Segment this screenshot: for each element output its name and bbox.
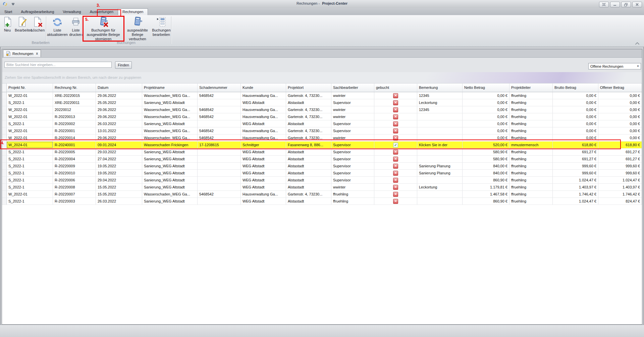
row-indicator[interactable]	[2, 120, 7, 127]
cell-rechnung_nr[interactable]: R-20220005	[53, 149, 96, 155]
cell-schadennummer[interactable]: 5468542	[198, 92, 241, 99]
table-row[interactable]: S_2022-1R-2022000226.03.2022Sanierung_WE…	[2, 120, 642, 127]
cell-projekt_nr[interactable]: W_2022-01	[7, 106, 53, 113]
row-indicator[interactable]	[2, 106, 7, 113]
cell-brutto[interactable]: 0,00 €	[553, 92, 598, 99]
cell-offener[interactable]: 691,27 €	[598, 149, 642, 155]
cell-bemerkung[interactable]: Sanierung Planung	[417, 170, 463, 176]
cell-datum[interactable]: 29.06.2022	[96, 134, 142, 141]
cell-projektname[interactable]: Sanierung_WEG Altstadt	[142, 198, 198, 205]
cell-gebucht[interactable]: ✕	[374, 113, 417, 120]
cell-projektleiter[interactable]: ffruehling	[509, 177, 553, 183]
cell-sachbearbeiter[interactable]: Supervisor	[331, 127, 374, 134]
cell-projekt_nr[interactable]: W_2022-01	[7, 191, 53, 198]
table-row[interactable]: S_2022-1R-2022000815.05.2022Sanierung_WE…	[2, 184, 642, 191]
cell-datum[interactable]: 26.03.2022	[96, 120, 142, 127]
table-row[interactable]: W_2024-01R-2024000109.01.2024Wasserschad…	[2, 142, 642, 149]
cell-rechnung_nr[interactable]: R-20220007	[53, 191, 96, 198]
cell-schadennummer[interactable]: 5468542	[198, 127, 241, 134]
collapse-ribbon-icon[interactable]	[635, 41, 640, 46]
cell-projektname[interactable]: Sanierung_WEG Altstadt	[142, 99, 198, 106]
cell-projektort[interactable]: Alstastadt	[286, 149, 331, 155]
neu-button[interactable]: Neu	[1, 16, 14, 40]
cell-brutto[interactable]: 1.746,42 €	[553, 191, 598, 198]
cell-bemerkung[interactable]: 12345	[417, 92, 463, 99]
cell-offener[interactable]: 0,00 €	[598, 113, 642, 120]
cell-projektleiter[interactable]: ffruehling	[509, 191, 553, 198]
column-header-projektort[interactable]: Projektort	[286, 83, 331, 92]
cell-schadennummer[interactable]: 5468542	[198, 113, 241, 120]
cell-offener[interactable]: 999,60 €	[598, 170, 642, 176]
minimize-button[interactable]	[610, 2, 620, 7]
cell-bemerkung[interactable]: 12345	[417, 106, 463, 113]
cell-projektname[interactable]: Sanierung_WEG Altstadt	[142, 184, 198, 190]
cell-projektname[interactable]: Wasserschaden_WEG Ga...	[142, 92, 198, 99]
cell-gebucht[interactable]: ✕	[374, 99, 417, 106]
cell-bemerkung[interactable]	[417, 127, 463, 134]
row-indicator[interactable]	[2, 156, 7, 162]
cell-netto[interactable]: 580,90 €	[463, 149, 509, 155]
cell-projektleiter[interactable]: ffruehling	[509, 106, 553, 113]
ribbon-tab-auftragsbearbeitung[interactable]: Auftragsbearbeitung	[16, 9, 58, 15]
cell-datum[interactable]: 29.06.2022	[96, 106, 142, 113]
cell-rechnung_nr[interactable]: R-20220014	[53, 134, 96, 141]
cell-projektleiter[interactable]: ffruehling	[509, 170, 553, 176]
cell-gebucht[interactable]: ✕	[374, 177, 417, 183]
column-header-gebucht[interactable]: gebucht	[374, 83, 417, 92]
cell-projekt_nr[interactable]: S_2022-1	[7, 156, 53, 162]
cell-rechnung_nr[interactable]: R-20220008	[53, 184, 96, 190]
cell-projektleiter[interactable]: ffruehling	[509, 127, 553, 134]
cell-netto[interactable]: 0,00 €	[463, 120, 509, 127]
cell-sachbearbeiter[interactable]: Supervisor	[331, 120, 374, 127]
cell-projektname[interactable]: Wasserschaden_WEG Ga...	[142, 113, 198, 120]
cell-sachbearbeiter[interactable]: wwinter	[331, 184, 374, 190]
cell-gebucht[interactable]: ✕	[374, 134, 417, 141]
cell-sachbearbeiter[interactable]: Supervisor	[331, 156, 374, 162]
column-header-bemerkung[interactable]: Bemerkung	[417, 83, 463, 92]
cell-netto[interactable]: 0,00 €	[463, 92, 509, 99]
table-row[interactable]: W_2022-012022001229.06.2022Wasserschaden…	[2, 106, 642, 113]
cell-bemerkung[interactable]	[417, 156, 463, 162]
cell-projektname[interactable]: Sanierung_WEG Altstadt	[142, 177, 198, 183]
cell-projektname[interactable]: Wasserschaden_WEG Ga...	[142, 106, 198, 113]
cell-projektname[interactable]: Sanierung_WEG Altstadt	[142, 163, 198, 169]
cell-projekt_nr[interactable]: S_2022-1	[7, 99, 53, 106]
cell-datum[interactable]: 29.06.2022	[96, 92, 142, 99]
cell-gebucht[interactable]: ✕	[374, 184, 417, 190]
cell-projekt_nr[interactable]: S_2022-1	[7, 184, 53, 190]
buchungen-stornieren-button[interactable]: Buchungen für ausgewählte Belege stornie…	[85, 16, 122, 40]
cell-projektname[interactable]: Sanierung_WEG Altstadt	[142, 170, 198, 176]
cell-sachbearbeiter[interactable]: Supervisor	[331, 177, 374, 183]
table-row[interactable]: W_2022-01R-2022001329.06.2022Wasserschad…	[2, 113, 642, 120]
cell-rechnung_nr[interactable]: R-20220001	[53, 127, 96, 134]
bearbeiten-button[interactable]: Bearbeiten	[15, 16, 30, 40]
cell-rechnung_nr[interactable]: R-20220013	[53, 113, 96, 120]
row-indicator[interactable]	[2, 191, 7, 198]
cell-schadennummer[interactable]	[198, 184, 241, 190]
cell-schadennummer[interactable]	[198, 163, 241, 169]
cell-projekt_nr[interactable]: S_2022-1	[7, 120, 53, 127]
cell-offener[interactable]: 824,47 €	[598, 198, 642, 205]
cell-brutto[interactable]: 999,60 €	[553, 163, 598, 169]
cell-projektname[interactable]: Wasserschaden_WEG Ga...	[142, 134, 198, 141]
cell-offener[interactable]: 618,80 €	[598, 142, 642, 148]
cell-rechnung_nr[interactable]: R-20220010	[53, 170, 96, 176]
column-header-brutto[interactable]: Brutto Betrag	[553, 83, 598, 92]
cell-netto[interactable]: 840,00 €	[463, 170, 509, 176]
cell-projekt_nr[interactable]: W_2024-01	[7, 142, 53, 148]
cell-netto[interactable]: 860,90 €	[463, 198, 509, 205]
cell-brutto[interactable]: 691,27 €	[553, 156, 598, 162]
cell-projekt_nr[interactable]: S_2022-1	[7, 198, 53, 205]
cell-projektort[interactable]: Alstastadt	[286, 170, 331, 176]
row-indicator[interactable]	[2, 99, 7, 106]
cell-bemerkung[interactable]: Leckortung	[417, 99, 463, 106]
cell-datum[interactable]: 29.04.2022	[96, 177, 142, 183]
cell-gebucht[interactable]: ✕	[374, 127, 417, 134]
ribbon-tab-rechnungen[interactable]: Rechnungen	[118, 8, 148, 15]
cell-bemerkung[interactable]	[417, 177, 463, 183]
cell-kunde[interactable]: WEG Altstadt	[241, 163, 286, 169]
row-indicator[interactable]	[2, 184, 7, 190]
cell-projektleiter[interactable]: ffruehling	[509, 120, 553, 127]
cell-gebucht[interactable]: ✕	[374, 92, 417, 99]
cell-projektname[interactable]: Sanierung_WEG Altstadt	[142, 120, 198, 127]
